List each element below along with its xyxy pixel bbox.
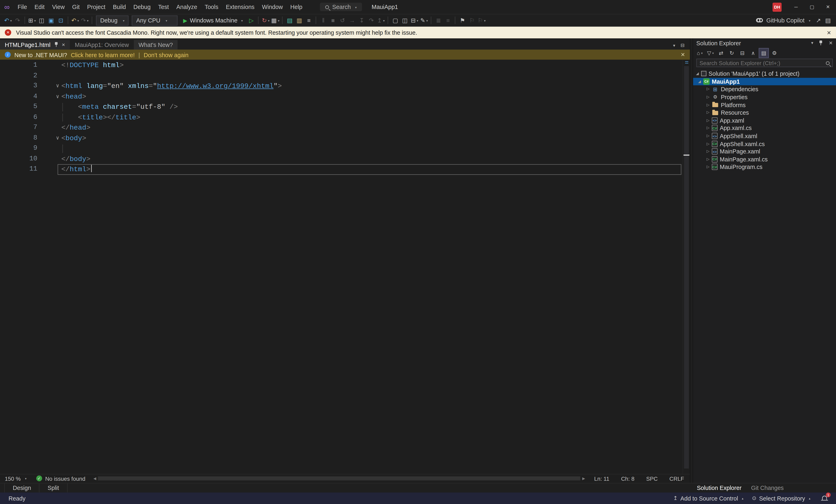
doc-tab-htmlpage1-html[interactable]: HTMLPage1.html✕ — [0, 40, 70, 50]
menu-extensions[interactable]: Extensions — [222, 2, 258, 12]
step-out-icon[interactable]: ↥▾ — [376, 15, 386, 25]
expand-arrow-icon[interactable]: ▷ — [705, 110, 711, 115]
tree-item-dependencies[interactable]: ▷⊞Dependencies — [693, 85, 836, 93]
close-icon[interactable]: ✕ — [827, 30, 831, 36]
browser-preview-icon[interactable]: ◫ — [400, 15, 410, 25]
tree-item-appshell-xaml-cs[interactable]: ▷C#AppShell.xaml.cs — [693, 140, 836, 148]
expand-arrow-icon[interactable]: ▷ — [705, 95, 711, 99]
switch-views-icon[interactable]: ⌂▾ — [695, 48, 704, 57]
menu-view[interactable]: View — [49, 2, 69, 12]
sync-with-active-document-icon[interactable]: ⇄ — [717, 48, 726, 57]
scroll-right-icon[interactable]: ▶ — [582, 476, 585, 481]
menu-project[interactable]: Project — [83, 2, 109, 12]
prev-bookmark-icon[interactable]: ⚐ — [467, 15, 477, 25]
menu-git[interactable]: Git — [69, 2, 83, 12]
solution-search-input[interactable] — [700, 60, 814, 66]
tree-item-appshell-xaml[interactable]: ▷<>AppShell.xaml — [693, 132, 836, 140]
step-over-icon[interactable]: ↷ — [366, 15, 376, 25]
code-line[interactable]: 5 <meta charset="utf-8" /> — [0, 102, 690, 112]
doc-tab-mauiapp1-overview[interactable]: MauiApp1: Overview — [70, 40, 134, 50]
github-copilot-button[interactable]: GitHub Copilot ▾ — [753, 17, 814, 23]
editor-options-icon[interactable]: ⊟ — [681, 43, 685, 48]
tree-item-resources[interactable]: ▷Resources — [693, 109, 836, 117]
nest-files-icon[interactable]: ⊟ — [738, 48, 747, 57]
pin-icon[interactable] — [54, 42, 59, 47]
start-debugging-button[interactable]: ▶ Windows Machine ▾ — [179, 17, 247, 23]
next-bookmark-icon[interactable]: ⚐▾ — [477, 15, 487, 25]
code-editor[interactable]: 1<!DOCTYPE html>23∨<html lang="en" xmlns… — [0, 60, 690, 473]
expand-arrow-icon[interactable]: ▷ — [705, 157, 711, 161]
vertical-scrollbar[interactable] — [683, 60, 690, 473]
issues-indicator[interactable]: ✓ No issues found — [32, 475, 90, 482]
properties-icon[interactable]: ⚙ — [770, 48, 779, 57]
start-without-debugging-icon[interactable]: ▷ — [247, 15, 256, 25]
doc-tab-what-s-new[interactable]: What's New? — [134, 40, 177, 50]
platform-dropdown[interactable]: Any CPU ▾ — [132, 15, 178, 25]
eol-indicator[interactable]: CRLF — [664, 475, 690, 482]
save-icon[interactable]: ▣ — [46, 15, 56, 25]
expand-arrow-icon[interactable]: ▷ — [705, 118, 711, 123]
tree-item-solution-mauiapp1-1-of-1-project[interactable]: ◢Solution 'MauiApp1' (1 of 1 project) — [693, 70, 836, 78]
live-share-icon[interactable]: ↗ — [814, 15, 823, 25]
script-document-icon[interactable]: ▥ — [294, 15, 304, 25]
expand-arrow-icon[interactable]: ▷ — [705, 165, 711, 169]
code-line[interactable]: 2 — [0, 71, 690, 81]
fold-marker-icon[interactable]: ∨ — [37, 81, 61, 92]
code-line[interactable]: 8∨<body> — [0, 133, 690, 143]
code-line[interactable]: 7</head> — [0, 123, 690, 133]
code-line[interactable]: 4∨<head> — [0, 92, 690, 102]
target-frameworks-icon[interactable]: ▦▾ — [270, 15, 280, 25]
code-line[interactable]: 11</html> — [0, 164, 690, 175]
expand-arrow-icon[interactable]: ▷ — [705, 103, 711, 107]
menu-help[interactable]: Help — [287, 2, 306, 12]
undo-icon[interactable]: ↶▾ — [71, 15, 80, 25]
learn-more-link[interactable]: Click here to learn more! — [71, 52, 135, 58]
feedback-icon[interactable]: ▤ — [823, 15, 833, 25]
nav-back-icon[interactable]: ↶▾ — [3, 15, 13, 25]
maximize-button[interactable]: ▢ — [804, 0, 820, 14]
solution-search-box[interactable] — [697, 59, 833, 67]
restart-debugging-icon[interactable]: ↺ — [338, 15, 347, 25]
expand-arrow-icon[interactable]: ▷ — [705, 134, 711, 138]
show-next-statement-icon[interactable]: → — [347, 15, 357, 25]
code-line[interactable]: 6 <title></title> — [0, 112, 690, 123]
menu-file[interactable]: File — [14, 2, 31, 12]
hot-reload-icon[interactable]: ↻▾ — [261, 15, 270, 25]
tree-item-mauiprogram-cs[interactable]: ▷C#MauiProgram.cs — [693, 163, 836, 171]
expand-arrow-icon[interactable]: ▷ — [705, 87, 711, 92]
web-preview-icon[interactable]: ▤ — [285, 15, 294, 25]
panel-tab-solution-explorer[interactable]: Solution Explorer — [692, 483, 746, 492]
refresh-icon[interactable]: ↻ — [727, 48, 736, 57]
zoom-dropdown[interactable]: 150 % ▾ — [0, 475, 32, 482]
code-line[interactable]: 9 — [0, 143, 690, 154]
tree-item-platforms[interactable]: ▷Platforms — [693, 101, 836, 109]
pin-icon[interactable] — [819, 40, 823, 45]
view-tab-design[interactable]: Design — [4, 483, 40, 492]
close-icon[interactable]: ✕ — [829, 40, 833, 45]
comment-selection-icon[interactable]: ≣ — [434, 15, 443, 25]
scroll-left-icon[interactable]: ◀ — [93, 476, 96, 481]
horizontal-scrollbar[interactable]: ◀ ▶ — [93, 474, 585, 483]
menu-analyze[interactable]: Analyze — [173, 2, 201, 12]
add-to-source-control-button[interactable]: ↥ Add to Source Control ▴ — [673, 495, 743, 501]
format-document-icon[interactable]: ✎▾ — [419, 15, 429, 25]
tree-item-mauiapp1[interactable]: ◢C#MauiApp1 — [693, 78, 836, 85]
uncomment-selection-icon[interactable]: ≡ — [443, 15, 453, 25]
panel-splitter[interactable] — [690, 38, 693, 483]
menu-debug[interactable]: Debug — [130, 2, 154, 12]
tree-item-mainpage-xaml[interactable]: ▷<>MainPage.xaml — [693, 148, 836, 155]
fold-marker-icon[interactable]: ∨ — [37, 133, 61, 143]
tree-item-app-xaml[interactable]: ▷<>App.xaml — [693, 117, 836, 124]
fold-marker-icon[interactable]: ∨ — [37, 92, 61, 102]
new-project-icon[interactable]: ⊞▾ — [27, 15, 37, 25]
expand-arrow-icon[interactable]: ▷ — [705, 149, 711, 154]
pending-changes-filter-icon[interactable]: ▽▾ — [706, 48, 715, 57]
splitter-grip-icon[interactable] — [685, 61, 688, 63]
collapse-arrow-icon[interactable]: ◢ — [697, 79, 703, 84]
menu-tools[interactable]: Tools — [201, 2, 222, 12]
collapse-arrow-icon[interactable]: ◢ — [694, 72, 701, 76]
nav-forward-icon[interactable]: ↷ — [13, 15, 22, 25]
tree-item-app-xaml-cs[interactable]: ▷C#App.xaml.cs — [693, 124, 836, 132]
tab-list-dropdown-icon[interactable]: ▾ — [673, 43, 675, 48]
save-all-icon[interactable]: ⊡ — [56, 15, 65, 25]
